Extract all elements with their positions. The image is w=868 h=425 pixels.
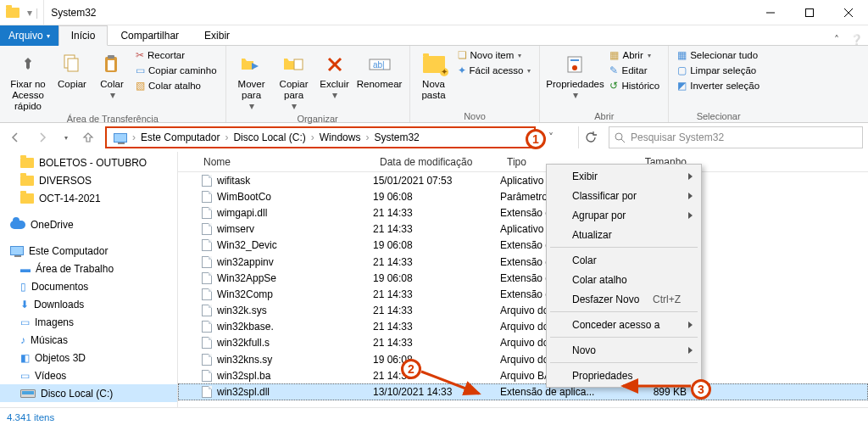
cut-button[interactable]: ✂Recortar (132, 48, 220, 62)
search-input[interactable]: Pesquisar System32 (609, 126, 863, 148)
move-to-button[interactable]: Mover para▾ (231, 48, 272, 113)
address-row: ▾ › Este Computador› Disco Local (C:)› W… (0, 123, 868, 152)
qat-customize-icon[interactable]: ▾ (27, 7, 32, 19)
forward-button[interactable] (32, 127, 53, 148)
minimize-button[interactable] (751, 0, 790, 25)
new-folder-button[interactable]: ✦ Nova pasta (415, 48, 453, 101)
refresh-button[interactable] (578, 126, 602, 148)
crumb-system32[interactable]: System32 (370, 131, 422, 143)
crumb-windows[interactable]: Windows (316, 131, 364, 143)
cloud-icon (10, 221, 25, 229)
file-row[interactable]: Win32Comp21 14:33Extensão de aplica...21… (178, 286, 868, 302)
nav-folder[interactable]: OCT-14-2021 (0, 189, 177, 207)
address-bar[interactable]: › Este Computador› Disco Local (C:)› Win… (105, 126, 536, 148)
ctx-grant-access[interactable]: Conceder acesso a (548, 315, 699, 334)
tab-file[interactable]: Arquivo▾ (0, 25, 58, 46)
rename-icon: ab| (369, 50, 391, 79)
ribbon-expand-icon[interactable]: ˄ (829, 34, 844, 46)
crumb-drive[interactable]: Disco Local (C:) (230, 131, 309, 143)
file-type: Extensão de aplica... (500, 386, 619, 398)
file-date: 19 06:08 (373, 354, 500, 366)
ctx-undo[interactable]: Desfazer NovoCtrl+Z (548, 289, 699, 309)
up-button[interactable] (78, 127, 98, 148)
file-icon (202, 305, 212, 316)
help-icon[interactable]: ❔ (844, 34, 868, 46)
file-row[interactable]: win32kns.sy19 06:08Arquivo do sistema30 … (178, 351, 868, 367)
file-list[interactable]: Nome Data de modificação Tipo Tamanho wi… (178, 152, 868, 407)
copy-to-button[interactable]: Copiar para▾ (274, 48, 314, 113)
ctx-group[interactable]: Agrupar por (548, 205, 699, 225)
file-row[interactable]: win32spl.ba21 14:33Arquivo BAK899 KB (178, 367, 868, 383)
navigation-pane[interactable]: BOLETOS - OUTUBRO DIVERSOS OCT-14-2021 O… (0, 152, 178, 407)
file-row[interactable]: Win32AppSe19 06:08Extensão de aplica...1… (178, 270, 868, 286)
pin-button[interactable]: Fixar no Acesso rápido (5, 48, 51, 113)
file-row[interactable]: wimgapi.dll21 14:33Extensão de aplica...… (178, 204, 868, 221)
delete-icon (326, 50, 344, 79)
crumb-thispc[interactable]: Este Computador (137, 131, 223, 143)
easy-access-button[interactable]: ✦Fácil acesso▾ (454, 64, 535, 77)
maximize-button[interactable] (790, 0, 829, 25)
shortcut-icon: ▧ (136, 80, 145, 92)
file-row[interactable]: Win32_Devic19 06:08Extensão de aplica...… (178, 238, 868, 254)
history-button[interactable]: ↺Histórico (606, 79, 663, 92)
file-row[interactable]: win32kbase.21 14:33Arquivo do sistema2.8… (178, 319, 868, 335)
nav-thispc[interactable]: Este Computador (0, 242, 177, 260)
nav-drive[interactable]: Disco Local (C:) (0, 384, 177, 402)
history-icon: ↺ (609, 80, 618, 92)
nav-desktop[interactable]: ▬Área de Trabalho (0, 260, 177, 277)
column-headers[interactable]: Nome Data de modificação Tipo Tamanho (178, 152, 868, 172)
new-item-button[interactable]: ❏Novo item▾ (454, 48, 535, 62)
nav-onedrive[interactable]: OneDrive (0, 215, 177, 233)
nav-folder[interactable]: BOLETOS - OUTUBRO (0, 154, 177, 171)
ctx-refresh[interactable]: Atualizar (548, 225, 699, 244)
copy-path-button[interactable]: ▭Copiar caminho (132, 64, 220, 77)
select-none-button[interactable]: ▢Limpar seleção (674, 64, 763, 77)
properties-button[interactable]: Propriedades▾ (545, 48, 604, 101)
file-row[interactable]: win32appinv21 14:33Extensão de aplica...… (178, 254, 868, 270)
paste-shortcut-button[interactable]: ▧Colar atalho (132, 79, 220, 92)
nav-documents[interactable]: ▯Documentos (0, 277, 177, 295)
file-date: 21 14:33 (373, 337, 500, 349)
pc-icon (10, 246, 24, 255)
close-button[interactable] (829, 0, 868, 25)
svg-line-18 (621, 139, 625, 143)
nav-music[interactable]: ♪Músicas (0, 331, 177, 349)
recent-locations-button[interactable]: ▾ (59, 127, 71, 148)
delete-button[interactable]: Excluir▾ (316, 48, 353, 101)
ctx-sort[interactable]: Classificar por (548, 186, 699, 205)
file-row[interactable]: win32spl.dll13/10/2021 14:33Extensão de … (178, 383, 868, 400)
col-name[interactable]: Nome (178, 156, 373, 168)
svg-rect-8 (108, 60, 114, 70)
open-button[interactable]: ▦Abrir▾ (606, 48, 663, 62)
nav-downloads[interactable]: ⬇Downloads (0, 295, 177, 313)
nav-pictures[interactable]: ▭Imagens (0, 313, 177, 331)
tab-view[interactable]: Exibir (192, 25, 242, 46)
nav-folder[interactable]: DIVERSOS (0, 171, 177, 189)
file-row[interactable]: win32k.sys21 14:33Arquivo do sistema583 … (178, 303, 868, 319)
file-row[interactable]: WimBootCo19 06:08Parâmetros de co...3 KB (178, 188, 868, 204)
select-all-button[interactable]: ▦Selecionar tudo (674, 48, 763, 62)
invert-selection-button[interactable]: ◩Inverter seleção (674, 79, 763, 92)
file-row[interactable]: wifitask15/01/2021 07:53Aplicativo130 KB (178, 172, 868, 188)
folder-new-icon: ✦ (423, 50, 445, 79)
open-icon: ▦ (609, 49, 619, 61)
rename-button[interactable]: ab| Renomear (355, 48, 404, 90)
back-button[interactable] (5, 127, 25, 148)
edit-button[interactable]: ✎Editar (606, 64, 663, 77)
ctx-view[interactable]: Exibir (548, 166, 699, 186)
ctx-paste[interactable]: Colar (548, 250, 699, 270)
ctx-new[interactable]: Novo (548, 340, 699, 360)
tab-home[interactable]: Início (58, 25, 108, 46)
nav-3dobjects[interactable]: ◧Objetos 3D (0, 349, 177, 366)
col-date[interactable]: Data de modificação (373, 156, 500, 168)
copy-button[interactable]: Copiar (53, 48, 92, 90)
file-row[interactable]: win32kfull.s21 14:33Arquivo do sistema3.… (178, 335, 868, 351)
ribbon: Fixar no Acesso rápido Copiar Colar▾ ✂Re… (0, 45, 868, 123)
desktop-icon: ▬ (20, 263, 31, 275)
tab-share[interactable]: Compartilhar (108, 25, 192, 46)
nav-videos[interactable]: ▭Vídeos (0, 366, 177, 384)
file-row[interactable]: wimserv21 14:33Aplicativo510 KB (178, 221, 868, 238)
file-name: Win32_Devic (217, 239, 277, 251)
paste-button[interactable]: Colar▾ (93, 48, 131, 101)
ctx-paste-shortcut[interactable]: Colar atalho (548, 270, 699, 289)
